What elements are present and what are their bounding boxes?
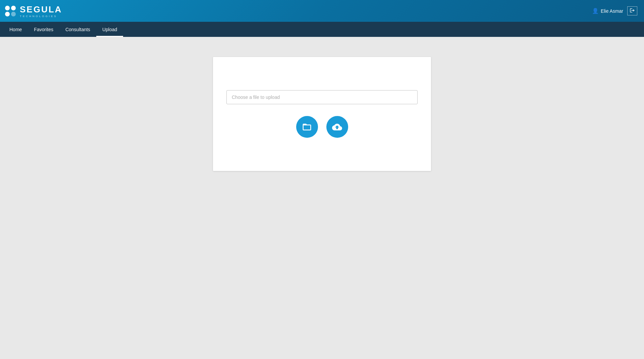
main-content (0, 37, 644, 359)
top-header: SEGULA TECHNOLOGIES 👤 Elie Asmar (0, 0, 644, 22)
user-area: 👤 Elie Asmar (592, 6, 637, 15)
logout-svg-icon (630, 8, 635, 13)
action-buttons (296, 116, 348, 138)
logo-area: SEGULA TECHNOLOGIES (5, 4, 62, 18)
logo-dot (5, 12, 10, 16)
user-icon: 👤 (592, 8, 599, 14)
logo-dot (11, 6, 16, 10)
logo-dot (5, 6, 10, 10)
nav-upload[interactable]: Upload (96, 22, 123, 37)
logo-sub-text: TECHNOLOGIES (20, 15, 62, 18)
logo-main-text: SEGULA (20, 4, 62, 15)
nav-bar: Home Favorites Consultants Upload (0, 22, 644, 37)
nav-favorites[interactable]: Favorites (28, 22, 59, 37)
user-name: Elie Asmar (601, 8, 623, 14)
logout-icon[interactable] (627, 6, 637, 15)
folder-icon (302, 122, 312, 132)
logo-dot (11, 12, 16, 16)
nav-home[interactable]: Home (3, 22, 28, 37)
upload-card (213, 57, 431, 171)
nav-consultants[interactable]: Consultants (59, 22, 96, 37)
logo-icon (5, 6, 16, 16)
browse-button[interactable] (296, 116, 318, 138)
upload-button[interactable] (326, 116, 348, 138)
file-input-container (226, 90, 418, 104)
logo-text: SEGULA TECHNOLOGIES (20, 4, 62, 18)
user-info: 👤 Elie Asmar (592, 8, 623, 14)
upload-icon (332, 122, 342, 132)
file-input[interactable] (226, 90, 418, 104)
